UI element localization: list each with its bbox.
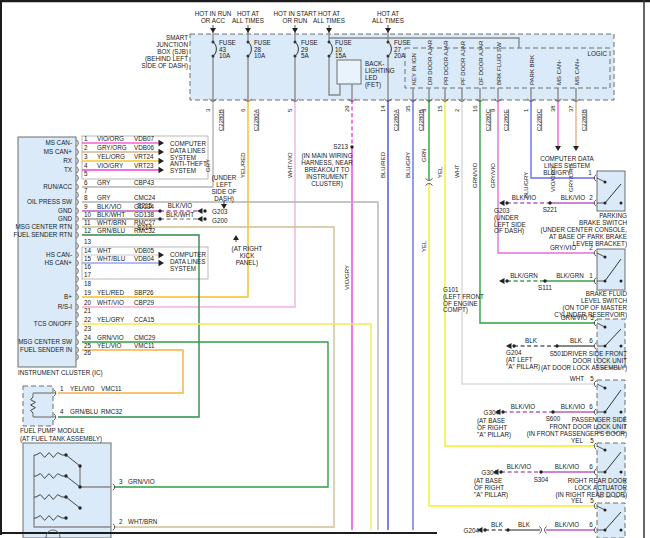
unit-sw-dot-2-0 [604,326,607,329]
ic-pin-number-11: 11 [84,219,91,226]
gryvio-2-pin: 2 [589,244,593,251]
logic-in-pf-door-ajar: PF DOOR AJAR [460,40,466,85]
ic-pin-label-4: TX [64,166,73,173]
logic-in-pr-door-ajar: PR DOOR AJAR [443,40,449,85]
g304-pass-location: (AT BASEOF RIGHT"A" PILLAR) [477,417,511,439]
unit-pin-socket-11 [594,527,596,533]
ic-wire-color-15: WHT/BLU [97,255,126,262]
sjb-pin-38: 38 [550,105,556,112]
ic-circuit-20: CBP29 [134,299,154,306]
fp-pin4-color: GRN/BLU [70,408,98,415]
ground-g204-driver-dot [512,344,515,347]
ic-pin-socket-15 [77,260,79,266]
ic-wire-color-11: WHT/BRN [97,219,127,226]
s304-label: S304 [534,476,549,483]
ic-wire-color-25: YEL/VIO [97,342,122,349]
ic-pin-socket-13 [77,243,79,249]
g203-left-label: G203 [212,208,228,215]
arrow-d-1 [245,28,251,33]
wirelabel-grn: GRN [421,149,427,162]
ic-circuit-8: CMC24 [134,194,156,201]
blkgrn-1a-label: BLK/GRN [510,272,538,279]
sjb-pin-14: 14 [380,105,386,112]
g200-left-location: (AT RIGHTKICKPANEL) [232,245,263,267]
wirelabel-gryorg: GRY/ORG [568,163,574,192]
ic-pin-label-12: FUEL SENDER RTN [14,231,73,238]
yel-5b-label: YEL [571,497,583,504]
conn-c2280c-2: C2280C [536,108,542,131]
junction-dot-2 [350,145,353,148]
ic-pin-socket-23 [77,330,79,336]
ic-pin-number-23: 23 [84,325,92,332]
blkvio-6d-label: BLK/VIO [555,463,580,470]
wirelabel-grnvio: GRN/VIO [472,162,478,188]
arrow-d-6 [573,146,579,151]
sjb-pin-5: 5 [287,108,293,112]
arrow-r-7 [159,140,165,146]
junction-dot-8 [506,528,509,531]
ic-pin-number-20: 20 [84,299,92,306]
ic-circuit-15: VDB04 [134,255,154,262]
blkvio-4-label: BLK/VIO [555,521,580,528]
logic-in-key-in-ign: KEY IN IGN [411,53,417,85]
s221-label: S221 [543,206,558,213]
ic-pin-label-15: HS CAN+ [45,259,73,266]
logic-in-ms-can-minus: MS CAN- [556,60,562,85]
ground-g200-left-arrow [197,216,203,222]
ic-pin-socket-21 [77,312,79,318]
g204-fourth-label: G204 [464,527,480,534]
ic-pin-socket-3 [77,158,79,164]
fp-pin4-labels: 4 [60,408,64,415]
wirelabel-blured: BLU/RED [380,151,386,178]
ic-wire-color-19: YEL/RED [97,289,124,296]
ic-pin-number-18: 18 [84,280,92,287]
ic-circuit-1: VDB07 [134,135,154,142]
ic-pin-socket-14 [77,252,79,258]
conn-c2280a-1: C2280A [253,109,259,131]
ic-wire-color-8: GRY [97,194,111,201]
blkvio-6c-label: BLK/VIO [507,463,532,470]
wirelabel-blugry-2: BLU/GRY [523,172,529,198]
ic-pin-number-26: 26 [84,349,92,356]
ic-pin-label-25: FUEL SENDER IN [20,346,72,353]
wirelabel-blugry-1: BLU/GRY [405,152,411,178]
s215-label: S215 [137,202,152,209]
wiring-diagram-page: 1MS CAN-VIO/ORGVDB072MS CAN+GRY/ORGVDB06… [0,0,650,538]
ic-pin-number-3: 3 [84,153,88,160]
yel-5a-label: YEL [571,437,583,444]
unit-sw-dot-0-1 [604,202,607,205]
unit-sw-dot-1-0 [604,256,607,259]
ic-pin-number-14: 14 [84,247,92,254]
wirelabel-yelred: YEL/RED [240,152,246,178]
fs-pin-color-2: WHT/BRN [128,518,158,525]
ic-wire-color-3: YEL/ORG [97,153,125,160]
g203-left-location: (UNDERLEFTSIDE OFDASH) [211,174,236,203]
conn-c2280e: C2280E [503,109,509,131]
unit-sw-dot-0-0 [604,181,607,184]
ic-pin-number-6: 6 [84,179,88,186]
s214-label: S214 [137,224,152,231]
ic-pin-socket-22 [77,321,79,327]
ic-pin-label-3: RX [63,157,73,164]
fs-pin-number-2: 2 [119,518,123,525]
ic-circuit-3: VRT24 [134,153,154,160]
ground-g203-right-dot [505,201,508,204]
ic-circuit-10: GD138 [134,211,154,218]
blkvio-6b-label: BLK/VIO [561,403,586,410]
junction-dot-4 [543,279,546,282]
ic-pin-label-20: R/S-I [58,303,73,310]
junction-dot-5 [555,344,558,347]
feed-3-label: HOT IN STARTOR RUN [273,10,316,24]
fs-pin-color-3: GRN/VIO [128,478,155,485]
wirelabel-yel-1: YEL [421,240,427,252]
feed-1-label: HOT IN RUNOR ACC [195,10,232,24]
gryvio-2-label: GRY/VIO [550,244,576,251]
sjb-pin-16: 16 [472,105,478,112]
unit-sw-dot-3-2 [620,411,623,414]
fs-pin-number-3: 3 [119,478,123,485]
sjb-pin-35: 35 [405,105,411,112]
computer-data-lines-1: COMPUTERDATA LINESSYSTEM [170,140,206,161]
computer-data-lines-2: COMPUTERDATA LINESSYSTEM [170,251,206,272]
ic-pin-number-17: 17 [84,271,92,278]
ic-pin-socket-2 [77,149,79,155]
